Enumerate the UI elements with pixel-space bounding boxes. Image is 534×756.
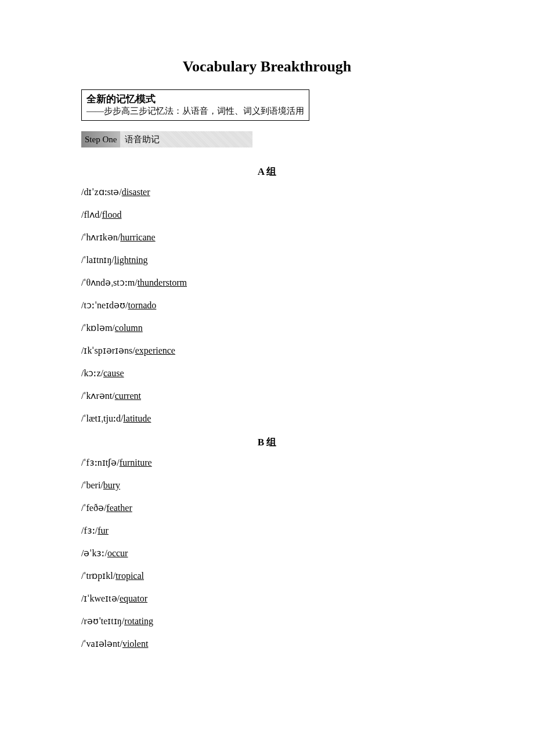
vocab-entry: /fɜː/fur [81, 525, 453, 536]
word-text: feather [106, 503, 132, 513]
vocab-entry: /əˈkɜː/occur [81, 548, 453, 559]
ipa-text: /əˈkɜː/ [81, 548, 107, 558]
step-label: Step One [81, 131, 120, 147]
word-text: current [115, 391, 141, 401]
vocab-entry: /ˈlætɪˌtjuːd/latitude [81, 413, 453, 424]
word-text: equator [120, 593, 147, 603]
group-heading-a: A 组 [81, 165, 453, 178]
word-text: furniture [120, 458, 152, 467]
group-heading-b: B 组 [81, 435, 453, 449]
word-text: tropical [116, 571, 144, 581]
word-text: flood [102, 210, 122, 219]
word-text: cause [103, 368, 124, 378]
ipa-text: /flʌd/ [81, 210, 102, 219]
vocab-entry: /ˈkɒləm/column [81, 322, 453, 333]
ipa-text: /ˈlætɪˌtjuːd/ [81, 413, 123, 423]
vocab-entry: /ˈfeðə/feather [81, 502, 453, 513]
vocab-entry: /ˈvaɪələnt/violent [81, 638, 453, 649]
ipa-text: /ˈlaɪtnɪŋ/ [81, 255, 114, 265]
word-text: experience [135, 345, 175, 355]
ipa-text: /ˈkʌrənt/ [81, 391, 115, 401]
vocab-entry: /ˈfɜːnɪtʃə/furniture [81, 457, 453, 468]
ipa-text: /fɜː/ [81, 525, 98, 535]
vocab-entry: /ˈberi/bury [81, 480, 453, 491]
step-text: 语音助记 [120, 131, 252, 147]
ipa-text: /dɪˈzɑːstə/ [81, 187, 122, 197]
word-text: rotating [124, 616, 153, 626]
vocab-entry: /ɪˈkweɪtə/equator [81, 593, 453, 604]
vocab-entry: /ɪkˈspɪərɪəns/experience [81, 345, 453, 356]
vocab-entry: /flʌd/flood [81, 209, 453, 220]
ipa-text: /ˈkɒləm/ [81, 323, 115, 333]
ipa-text: /ˈfeðə/ [81, 503, 106, 513]
word-text: thunderstorm [138, 278, 187, 287]
memo-box: 全新的记忆模式 ——步步高三步记忆法：从语音，词性、词义到语境活用 [81, 89, 309, 121]
word-text: fur [98, 525, 109, 535]
vocab-entry: /ˈlaɪtnɪŋ/lightning [81, 254, 453, 265]
step-bar: Step One 语音助记 [81, 131, 252, 147]
vocab-entry: /dɪˈzɑːstə/disaster [81, 186, 453, 197]
word-text: bury [103, 480, 120, 490]
vocab-entry: /ˈkʌrənt/current [81, 390, 453, 401]
ipa-text: /ˈtrɒpɪkl/ [81, 571, 116, 581]
ipa-text: /ˈberi/ [81, 480, 103, 490]
vocab-entry: /rəʊˈteɪtɪŋ/rotating [81, 615, 453, 627]
ipa-text: /ɪˈkweɪtə/ [81, 593, 120, 603]
ipa-text: /ˈhʌrɪkən/ [81, 232, 120, 242]
page-title: Vocabulary Breakthrough [81, 58, 453, 75]
ipa-text: /ɪkˈspɪərɪəns/ [81, 345, 135, 355]
ipa-text: /kɔːz/ [81, 368, 103, 378]
word-text: lightning [114, 255, 148, 265]
vocab-entry: /kɔːz/cause [81, 368, 453, 379]
word-text: hurricane [120, 232, 155, 242]
word-text: violent [122, 639, 148, 649]
vocab-entry: /ˈθʌndəˌstɔːm/thunderstorm [81, 277, 453, 288]
word-text: occur [107, 548, 128, 558]
ipa-text: /tɔːˈneɪdəʊ/ [81, 300, 128, 310]
ipa-text: /rəʊˈteɪtɪŋ/ [81, 616, 124, 626]
word-text: tornado [128, 300, 156, 310]
vocab-entry: /ˈtrɒpɪkl/tropical [81, 570, 453, 581]
word-text: disaster [122, 187, 150, 197]
vocab-entry: /tɔːˈneɪdəʊ/tornado [81, 300, 453, 311]
word-text: column [115, 323, 143, 333]
ipa-text: /ˈvaɪələnt/ [81, 639, 122, 649]
memo-sub: ——步步高三步记忆法：从语音，词性、词义到语境活用 [86, 106, 304, 117]
vocab-entry: /ˈhʌrɪkən/hurricane [81, 232, 453, 243]
memo-heading: 全新的记忆模式 [86, 92, 304, 106]
word-text: latitude [123, 413, 151, 423]
ipa-text: /ˈfɜːnɪtʃə/ [81, 458, 120, 467]
ipa-text: /ˈθʌndəˌstɔːm/ [81, 278, 138, 287]
document-page: Vocabulary Breakthrough 全新的记忆模式 ——步步高三步记… [0, 0, 534, 756]
